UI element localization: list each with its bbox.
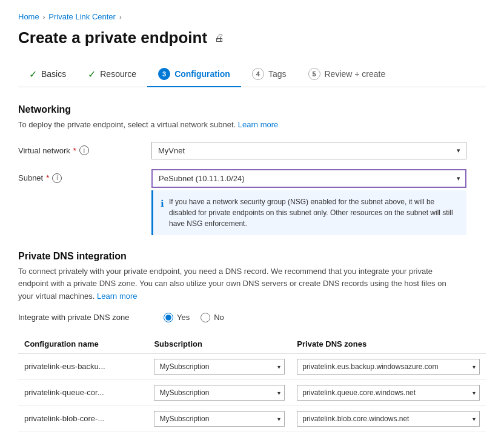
nsg-info-text: If you have a network security group (NS… — [169, 196, 459, 229]
subscription-select-0[interactable]: MySubscription — [154, 359, 285, 375]
breadcrumb-home[interactable]: Home — [18, 12, 39, 21]
subscription-cell-2: MySubscription ▾ — [148, 405, 291, 432]
tab-configuration[interactable]: 3 Configuration — [147, 62, 241, 87]
virtual-network-label: Virtual network * i — [18, 145, 151, 155]
subscription-select-2[interactable]: MySubscription — [154, 411, 285, 427]
dns-zone-select-2[interactable]: privatelink.blob.core.windows.net — [297, 411, 480, 427]
review-circle: 5 — [308, 68, 320, 80]
nsg-info-box: ℹ If you have a network security group (… — [151, 190, 466, 235]
tab-basics[interactable]: ✓ Basics — [18, 62, 77, 87]
dns-radio-yes-input[interactable] — [164, 313, 173, 322]
subnet-control: PeSubnet (10.11.1.0/24) ▾ ℹ If you have … — [151, 169, 486, 235]
print-icon[interactable]: 🖨 — [214, 33, 224, 44]
dns-table: Configuration name Subscription Private … — [18, 335, 486, 432]
subscription-select-1[interactable]: MySubscription — [154, 385, 285, 401]
dns-radio-options: Yes No — [164, 313, 224, 322]
networking-section: Networking To deploy the private endpoin… — [18, 104, 486, 235]
subscription-cell-0: MySubscription ▾ — [148, 353, 291, 379]
virtual-network-row: Virtual network * i MyVnet ▾ — [18, 142, 486, 159]
dns-title: Private DNS integration — [18, 251, 486, 262]
tab-review-label: Review + create — [325, 69, 386, 79]
virtual-network-required: * — [73, 146, 76, 155]
table-row: privatelink-eus-backu... MySubscription … — [18, 353, 486, 379]
networking-title: Networking — [18, 104, 486, 115]
subnet-select[interactable]: PeSubnet (10.11.1.0/24) — [151, 169, 466, 188]
dns-table-header-row: Configuration name Subscription Private … — [18, 335, 486, 354]
config-name-2: privatelink-blob-core-... — [18, 405, 148, 432]
tags-circle: 4 — [252, 68, 264, 80]
dns-description: To connect privately with your private e… — [18, 265, 454, 303]
subnet-label: Subnet * i — [18, 169, 151, 183]
subscription-dropdown-2: MySubscription ▾ — [154, 411, 285, 427]
dns-zone-cell-0: privatelink.eus.backup.windowsazure.com … — [291, 353, 486, 379]
resource-check-icon: ✓ — [88, 68, 96, 80]
virtual-network-dropdown-wrapper: MyVnet ▾ — [151, 142, 466, 159]
breadcrumb-sep-1: › — [43, 13, 45, 21]
dns-zone-select-1[interactable]: privatelink.queue.core.windows.net — [297, 385, 480, 401]
page-header: Create a private endpoint 🖨 — [18, 28, 486, 47]
configuration-circle: 3 — [158, 68, 170, 80]
dns-col-config-header: Configuration name — [18, 335, 148, 354]
dns-learn-more[interactable]: Learn more — [97, 292, 137, 301]
tab-tags-label: Tags — [268, 69, 287, 79]
networking-description: To deploy the private endpoint, select a… — [18, 119, 486, 131]
subscription-dropdown-0: MySubscription ▾ — [154, 359, 285, 375]
nsg-info-icon: ℹ — [161, 197, 164, 229]
dns-section: Private DNS integration To connect priva… — [18, 251, 486, 432]
dns-radio-yes[interactable]: Yes — [164, 313, 190, 322]
virtual-network-select[interactable]: MyVnet — [151, 142, 466, 159]
dns-radio-no-input[interactable] — [201, 313, 210, 322]
breadcrumb: Home › Private Link Center › — [18, 12, 486, 21]
dns-integrate-row: Integrate with private DNS zone Yes No — [18, 313, 486, 322]
virtual-network-control: MyVnet ▾ — [151, 142, 486, 159]
wizard-tabs: ✓ Basics ✓ Resource 3 Configuration 4 Ta… — [18, 62, 486, 87]
dns-zone-cell-2: privatelink.blob.core.windows.net ▾ — [291, 405, 486, 432]
config-name-0: privatelink-eus-backu... — [18, 353, 148, 379]
dns-zone-dropdown-2: privatelink.blob.core.windows.net ▾ — [297, 411, 480, 427]
subnet-info-icon[interactable]: i — [52, 173, 62, 183]
dns-zone-dropdown-1: privatelink.queue.core.windows.net ▾ — [297, 385, 480, 401]
subnet-row: Subnet * i PeSubnet (10.11.1.0/24) ▾ ℹ I… — [18, 169, 486, 235]
subscription-dropdown-1: MySubscription ▾ — [154, 385, 285, 401]
dns-zone-dropdown-0: privatelink.eus.backup.windowsazure.com … — [297, 359, 480, 375]
subscription-cell-1: MySubscription ▾ — [148, 379, 291, 405]
page-title: Create a private endpoint — [18, 28, 207, 47]
dns-radio-no[interactable]: No — [201, 313, 224, 322]
dns-integrate-label: Integrate with private DNS zone — [18, 313, 151, 322]
dns-radio-no-label: No — [214, 313, 224, 322]
tab-resource[interactable]: ✓ Resource — [77, 62, 147, 87]
table-row: privatelink-blob-core-... MySubscription… — [18, 405, 486, 432]
breadcrumb-sep-2: › — [119, 13, 122, 21]
table-row: privatelink-queue-cor... MySubscription … — [18, 379, 486, 405]
networking-learn-more[interactable]: Learn more — [238, 120, 278, 129]
tab-configuration-label: Configuration — [174, 69, 230, 79]
tab-resource-label: Resource — [100, 69, 136, 79]
basics-check-icon: ✓ — [29, 68, 37, 80]
tab-basics-label: Basics — [41, 69, 66, 79]
dns-zone-cell-1: privatelink.queue.core.windows.net ▾ — [291, 379, 486, 405]
breadcrumb-private-link-center[interactable]: Private Link Center — [48, 12, 116, 21]
subnet-dropdown-wrapper: PeSubnet (10.11.1.0/24) ▾ — [151, 169, 466, 188]
dns-radio-yes-label: Yes — [177, 313, 190, 322]
dns-col-dns-header: Private DNS zones — [291, 335, 486, 354]
dns-col-sub-header: Subscription — [148, 335, 291, 354]
config-name-1: privatelink-queue-cor... — [18, 379, 148, 405]
subnet-required: * — [46, 173, 49, 182]
tab-review[interactable]: 5 Review + create — [297, 62, 397, 87]
dns-zone-select-0[interactable]: privatelink.eus.backup.windowsazure.com — [297, 359, 480, 375]
tab-tags[interactable]: 4 Tags — [241, 62, 297, 87]
virtual-network-info-icon[interactable]: i — [79, 145, 89, 155]
